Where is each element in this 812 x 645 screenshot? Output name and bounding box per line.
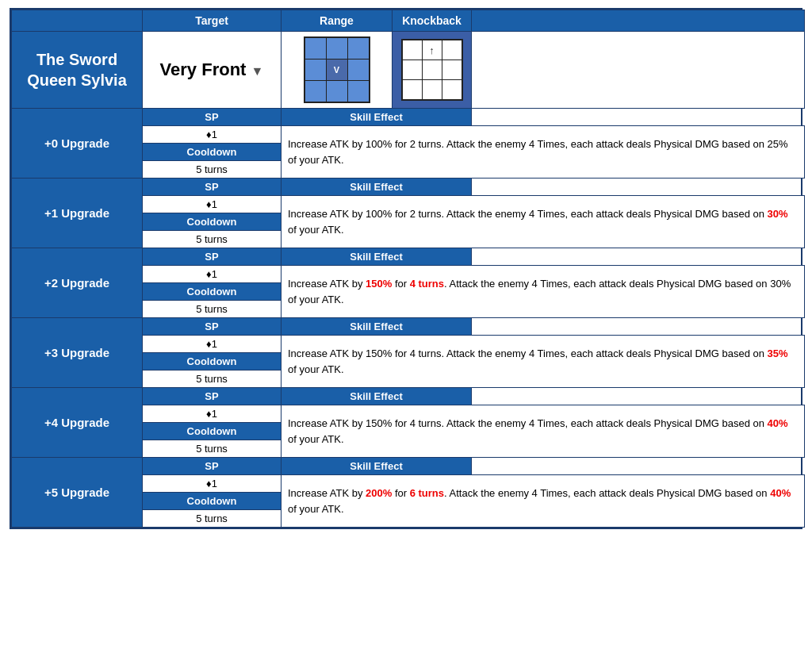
skill-effect-header-0: Skill Effect xyxy=(282,109,472,126)
sp-header-1: SP xyxy=(143,179,282,196)
sp-value-2: ♦1 xyxy=(143,266,282,283)
upgrade-2-label: +2 Upgrade xyxy=(12,248,143,318)
highlight-5a: 200% xyxy=(366,487,392,499)
main-table: Target Range Knockback The Sword Queen S… xyxy=(10,8,802,529)
kb-box-4 xyxy=(403,60,422,79)
upgrade-0-sp-header: +0 Upgrade SP Skill Effect Skill Effect xyxy=(12,109,805,126)
highlight-2a: 150% xyxy=(366,278,392,290)
highlight-1: 30% xyxy=(768,208,788,220)
turns-value-0: 5 turns xyxy=(143,161,282,179)
kb-box-5 xyxy=(423,60,442,79)
kb-box-2-arrow: ↑ xyxy=(423,40,442,60)
cooldown-label-3: Cooldown xyxy=(143,353,282,370)
sp-value-4: ♦1 xyxy=(143,405,282,423)
cooldown-label-5: Cooldown xyxy=(143,493,282,510)
empty-top-right xyxy=(472,32,805,109)
sp-header-2: SP xyxy=(143,248,282,266)
cooldown-label-1: Cooldown xyxy=(143,213,282,231)
upgrade-0-label: +0 Upgrade xyxy=(12,109,143,179)
kb-box-6 xyxy=(442,60,462,79)
target-value-cell[interactable]: Very Front ▼ xyxy=(143,32,282,109)
upgrade-5-text: +5 Upgrade xyxy=(44,486,109,499)
effect-cell-3: Increase ATK by 150% for 4 turns. Attack… xyxy=(282,336,805,388)
sp-value-3: ♦1 xyxy=(143,336,282,353)
range-box-7 xyxy=(305,81,326,102)
dropdown-icon[interactable]: ▼ xyxy=(251,64,264,78)
target-value: Very Front xyxy=(160,60,247,79)
upgrade-2-text: +2 Upgrade xyxy=(44,276,109,290)
highlight-3: 35% xyxy=(768,347,788,359)
range-box-4 xyxy=(305,60,326,80)
empty-header xyxy=(472,10,805,32)
range-box-1 xyxy=(305,38,326,59)
skill-effect-header-1: Skill Effect xyxy=(282,179,472,196)
range-grid: V xyxy=(304,36,370,103)
highlight-5c: 40% xyxy=(770,487,791,499)
sp-header-3: SP xyxy=(143,318,282,336)
cooldown-label-4: Cooldown xyxy=(143,423,282,440)
upgrade-0-text: +0 Upgrade xyxy=(44,136,109,150)
turns-value-1: 5 turns xyxy=(143,231,282,248)
upgrade-4-sp-header: +4 Upgrade SP Skill Effect xyxy=(12,388,805,405)
effect-cell-2: Increase ATK by 150% for 4 turns. Attack… xyxy=(282,266,805,318)
header-row: Target Range Knockback xyxy=(12,10,805,32)
sp-value-1: ♦1 xyxy=(143,196,282,213)
kb-box-1 xyxy=(403,40,422,60)
knockback-header: Knockback xyxy=(393,10,472,32)
turns-value-4: 5 turns xyxy=(143,440,282,458)
upgrade-1-label: +1 Upgrade xyxy=(12,179,143,248)
skill-effect-header-3: Skill Effect xyxy=(282,318,472,336)
skill-effect-header-5: Skill Effect xyxy=(282,458,472,475)
range-box-8 xyxy=(327,81,347,102)
knockback-grid: ↑ xyxy=(401,39,463,101)
turns-value-5: 5 turns xyxy=(143,510,282,528)
skill-effect-header-4: Skill Effect xyxy=(282,388,472,405)
effect-cell-5: Increase ATK by 200% for 6 turns. Attack… xyxy=(282,475,805,528)
range-box-5-active: V xyxy=(327,60,347,80)
character-title: The Sword Queen Sylvia xyxy=(12,32,143,109)
sp-header-4: SP xyxy=(143,388,282,405)
upgrade-4-text: +4 Upgrade xyxy=(44,416,109,429)
cooldown-label-2: Cooldown xyxy=(143,283,282,301)
highlight-2b: 4 turns xyxy=(410,278,444,290)
cooldown-label-0: Cooldown xyxy=(143,144,282,161)
sp-header-5: SP xyxy=(143,458,282,475)
sp-value-0: ♦1 xyxy=(143,126,282,144)
upgrade-4-label: +4 Upgrade xyxy=(12,388,143,458)
kb-box-3 xyxy=(442,40,462,60)
upgrade-3-sp-header: +3 Upgrade SP Skill Effect xyxy=(12,318,805,336)
range-grid-cell: V xyxy=(282,32,393,109)
kb-box-7 xyxy=(403,80,422,99)
effect-cell-4: Increase ATK by 150% for 4 turns. Attack… xyxy=(282,405,805,458)
effect-cell-0: Increase ATK by 100% for 2 turns. Attack… xyxy=(282,126,805,179)
range-box-2 xyxy=(327,38,347,59)
upgrade-1-text: +1 Upgrade xyxy=(44,206,109,220)
upgrade-3-text: +3 Upgrade xyxy=(44,346,109,359)
range-header: Range xyxy=(282,10,393,32)
upgrade-1-sp-header: +1 Upgrade SP Skill Effect xyxy=(12,179,805,196)
title-row: The Sword Queen Sylvia Very Front ▼ V xyxy=(12,32,805,109)
target-header: Target xyxy=(143,10,282,32)
sp-header-0: SP xyxy=(143,109,282,126)
upgrade-5-label: +5 Upgrade xyxy=(12,458,143,528)
upgrade-3-label: +3 Upgrade xyxy=(12,318,143,388)
range-box-9 xyxy=(348,81,369,102)
range-box-6 xyxy=(348,60,369,80)
knockback-grid-cell: ↑ xyxy=(393,32,472,109)
kb-box-9 xyxy=(442,80,462,99)
turns-value-2: 5 turns xyxy=(143,301,282,318)
sp-value-5: ♦1 xyxy=(143,475,282,493)
turns-value-3: 5 turns xyxy=(143,370,282,388)
highlight-5b: 6 turns xyxy=(410,487,444,499)
header-name-cell xyxy=(12,10,143,32)
skill-effect-header-2: Skill Effect xyxy=(282,248,472,266)
effect-cell-1: Increase ATK by 100% for 2 turns. Attack… xyxy=(282,196,805,248)
upgrade-5-sp-header: +5 Upgrade SP Skill Effect xyxy=(12,458,805,475)
range-box-3 xyxy=(348,38,369,59)
upgrade-2-sp-header: +2 Upgrade SP Skill Effect xyxy=(12,248,805,266)
kb-box-8 xyxy=(423,80,442,99)
highlight-4: 40% xyxy=(768,417,788,429)
